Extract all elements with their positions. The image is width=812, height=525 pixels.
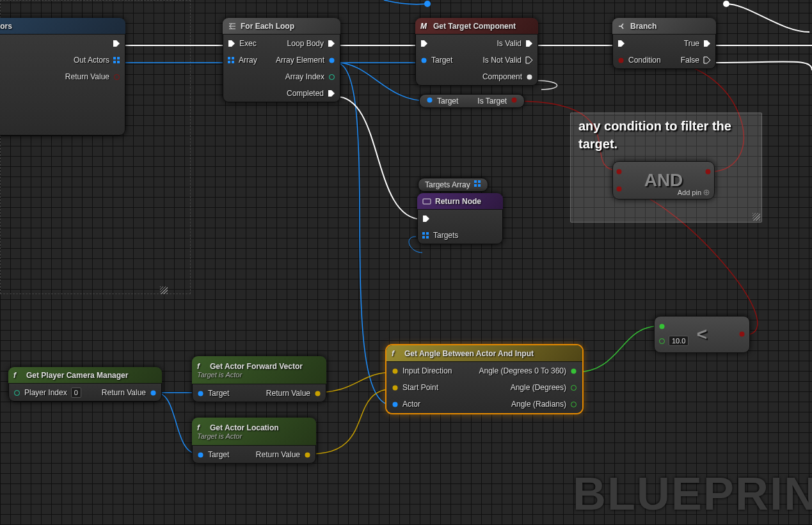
- svg-rect-9: [228, 61, 230, 63]
- exec-out-pin[interactable]: [113, 37, 120, 50]
- array-index-pin[interactable]: Array Index: [285, 70, 335, 83]
- return-value-pin[interactable]: Return Value: [102, 386, 157, 399]
- node-title: Get Player Camera Manager: [26, 371, 128, 380]
- for-each-loop-node[interactable]: For Each Loop Exec Array Loop Body Array…: [223, 18, 340, 102]
- selection-resize-icon: [160, 286, 168, 294]
- macro-icon: [228, 22, 237, 31]
- true-pin[interactable]: True: [684, 37, 711, 50]
- exec-pin[interactable]: Exec: [228, 37, 257, 50]
- svg-point-46: [660, 339, 665, 344]
- svg-point-23: [706, 169, 711, 175]
- targets-array-variable-chip[interactable]: Targets Array: [418, 178, 488, 192]
- node-title: Branch: [630, 22, 657, 31]
- out-actors-pin[interactable]: Out Actors: [74, 54, 120, 67]
- sphere-overlap-actors-node[interactable]: ere Overlap Actors ere Pos ere Radius ct…: [0, 18, 125, 136]
- svg-rect-28: [423, 199, 431, 204]
- player-index-value[interactable]: 0: [71, 388, 81, 398]
- svg-point-36: [315, 391, 321, 396]
- angle-degrees-pin[interactable]: Angle (Degrees): [511, 381, 577, 394]
- function-f-icon: f: [197, 423, 206, 432]
- return-node[interactable]: Return Node Targets: [417, 193, 503, 244]
- svg-point-44: [571, 402, 577, 407]
- target-pin[interactable]: Target: [197, 387, 229, 400]
- svg-rect-26: [474, 184, 477, 187]
- input-direction-pin[interactable]: Input Direction: [392, 364, 452, 377]
- svg-point-42: [571, 368, 577, 373]
- svg-point-35: [198, 391, 203, 396]
- svg-rect-27: [478, 184, 481, 187]
- svg-rect-24: [474, 180, 477, 183]
- svg-point-37: [198, 452, 203, 457]
- blueprint-watermark: BLUEPRIN: [573, 467, 812, 520]
- svg-rect-2: [113, 57, 116, 59]
- is-target-label: Is Target: [477, 97, 507, 106]
- svg-point-16: [512, 98, 517, 103]
- svg-rect-31: [422, 236, 425, 239]
- node-title: Get Target Component: [433, 22, 516, 31]
- get-angle-between-actor-and-input-node[interactable]: fGet Angle Between Actor And Input Input…: [386, 345, 582, 413]
- exec-in-pin[interactable]: [422, 212, 430, 225]
- svg-point-33: [15, 390, 20, 395]
- return-icon: [422, 197, 431, 206]
- get-target-component-node[interactable]: MGet Target Component Target Is Valid Is…: [415, 18, 538, 86]
- targets-pin[interactable]: Targets: [422, 229, 458, 242]
- svg-rect-5: [117, 61, 120, 63]
- branch-node[interactable]: Branch Condition True False: [612, 18, 716, 69]
- start-point-pin[interactable]: Start Point: [392, 381, 438, 394]
- svg-point-13: [422, 58, 427, 63]
- function-f-icon: f: [392, 349, 401, 358]
- svg-point-6: [115, 74, 120, 79]
- svg-point-21: [617, 169, 622, 175]
- is-not-valid-pin[interactable]: Is Not Valid: [483, 54, 533, 67]
- resize-handle-icon[interactable]: [752, 213, 760, 221]
- loop-body-pin[interactable]: Loop Body: [287, 37, 335, 50]
- branch-icon: [617, 22, 626, 31]
- comment-text: any condition to filter the target.: [571, 113, 761, 157]
- less-than-node[interactable]: < 10.0: [654, 316, 750, 353]
- get-actor-location-node[interactable]: fGet Actor LocationTarget is Actor Targe…: [192, 418, 316, 464]
- completed-pin[interactable]: Completed: [287, 87, 335, 100]
- get-player-camera-manager-node[interactable]: fGet Player Camera Manager Player Index0…: [8, 367, 162, 402]
- and-label: AND: [644, 170, 683, 191]
- condition-pin[interactable]: Condition: [617, 54, 661, 67]
- node-title: Get Actor Forward Vector: [210, 362, 303, 371]
- svg-point-43: [571, 385, 577, 390]
- svg-point-34: [151, 390, 156, 395]
- is-target-variable-chip[interactable]: Target Is Target: [419, 94, 525, 108]
- svg-point-47: [740, 332, 745, 337]
- svg-point-14: [527, 74, 532, 79]
- target-pin[interactable]: Target: [420, 54, 452, 67]
- angle-degrees-360-pin[interactable]: Angle (Degrees 0 To 360): [479, 364, 577, 377]
- target-pin[interactable]: Target: [197, 448, 229, 461]
- actor-pin[interactable]: Actor: [392, 398, 420, 411]
- less-than-value[interactable]: 10.0: [669, 336, 689, 346]
- angle-radians-pin[interactable]: Angle (Radians): [511, 398, 577, 411]
- svg-rect-32: [426, 236, 429, 239]
- svg-rect-7: [228, 57, 230, 59]
- is-valid-pin[interactable]: Is Valid: [497, 37, 533, 50]
- array-pin[interactable]: Array: [228, 54, 257, 67]
- false-pin[interactable]: False: [681, 54, 711, 67]
- array-element-pin[interactable]: Array Element: [276, 54, 335, 67]
- get-actor-forward-vector-node[interactable]: fGet Actor Forward VectorTarget is Actor…: [192, 356, 326, 402]
- node-subtitle: Target is Actor: [197, 371, 242, 379]
- return-value-pin[interactable]: Return Value: [266, 387, 321, 400]
- svg-point-22: [617, 187, 622, 192]
- boolean-and-node[interactable]: AND Add pin: [612, 161, 715, 200]
- add-pin-label[interactable]: Add pin: [678, 189, 701, 196]
- svg-point-40: [393, 385, 398, 390]
- targets-array-label: Targets Array: [425, 180, 470, 189]
- node-title: ere Overlap Actors: [0, 22, 12, 31]
- exec-in-pin[interactable]: [617, 37, 625, 50]
- function-f-icon: f: [197, 362, 206, 371]
- svg-rect-8: [232, 57, 234, 59]
- player-index-pin[interactable]: Player Index0: [13, 386, 81, 399]
- node-title: Return Node: [435, 197, 481, 206]
- return-value-pin[interactable]: Return Value: [256, 448, 311, 461]
- svg-point-39: [393, 368, 398, 373]
- exec-in-pin[interactable]: [420, 37, 428, 50]
- svg-point-41: [393, 402, 398, 407]
- return-value-pin[interactable]: Return Value: [65, 70, 120, 83]
- component-pin[interactable]: Component: [482, 70, 533, 83]
- target-label: Target: [437, 97, 458, 106]
